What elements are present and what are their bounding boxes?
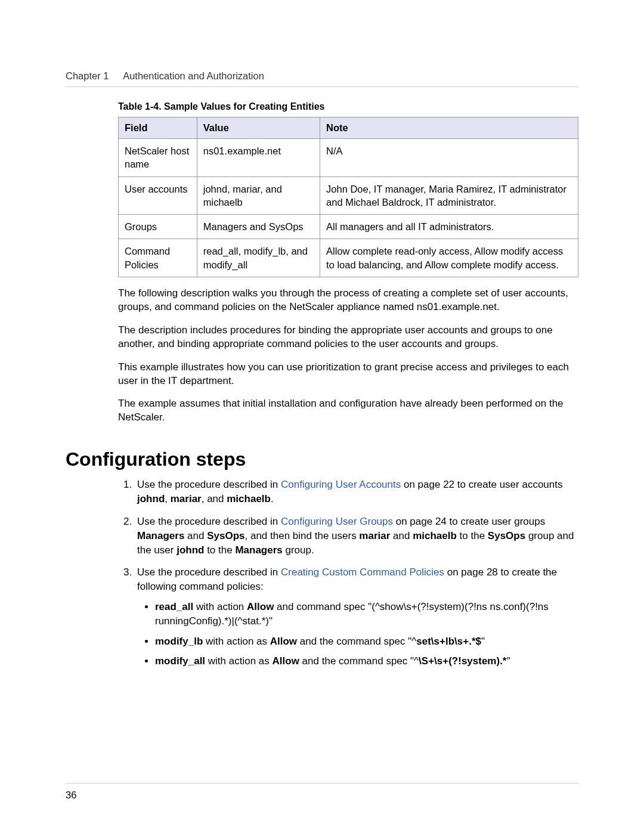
section-heading: Configuration steps xyxy=(66,448,578,470)
table-caption: Table 1-4. Sample Values for Creating En… xyxy=(118,101,578,112)
list-item: Use the procedure described in Configuri… xyxy=(135,478,578,506)
cell-field: User accounts xyxy=(119,176,197,215)
step-text: group. xyxy=(283,544,314,556)
bold-text: read_all xyxy=(155,601,193,612)
cell-field: Groups xyxy=(119,215,197,239)
bullet-list: read_all with action Allow and command s… xyxy=(141,600,578,668)
page-footer: 36 xyxy=(66,783,578,801)
entities-table: Field Value Note NetScaler host name ns0… xyxy=(118,117,578,277)
bold-text: set\s+lb\s+.*$ xyxy=(416,636,481,647)
cell-value: read_all, modify_lb, and modify_all xyxy=(197,239,320,277)
bullet-text: with action xyxy=(193,601,247,612)
bullet-text: with action as xyxy=(203,636,270,647)
chapter-label: Chapter 1 xyxy=(66,70,109,81)
table-row: Groups Managers and SysOps All managers … xyxy=(119,215,578,239)
th-value: Value xyxy=(197,117,320,139)
step-text: Use the procedure described in xyxy=(137,566,281,578)
step-text: , and xyxy=(202,493,227,504)
bold-text: mariar xyxy=(171,493,202,504)
chapter-title: Authentication and Authorization xyxy=(123,70,264,81)
step-text: to the xyxy=(204,544,235,556)
cell-note: All managers and all IT administrators. xyxy=(320,215,578,239)
link-creating-custom-command-policies[interactable]: Creating Custom Command Policies xyxy=(281,566,444,578)
content-block: Table 1-4. Sample Values for Creating En… xyxy=(118,101,578,425)
bold-text: johnd xyxy=(137,493,165,504)
bullet-text: " xyxy=(506,655,510,667)
steps-list: Use the procedure described in Configuri… xyxy=(118,478,578,668)
bold-text: michaelb xyxy=(227,493,271,504)
th-note: Note xyxy=(320,117,578,139)
bold-text: Managers xyxy=(235,544,282,556)
cell-value: ns01.example.net xyxy=(197,139,320,177)
list-item: Use the procedure described in Configuri… xyxy=(135,515,578,557)
bold-text: mariar xyxy=(359,530,390,541)
bold-text: Allow xyxy=(273,655,299,667)
step-text: and xyxy=(390,530,413,541)
table-header-row: Field Value Note xyxy=(119,117,578,139)
bullet-text: and the command spec "^ xyxy=(297,636,416,647)
step-text: . xyxy=(271,493,274,504)
table-row: NetScaler host name ns01.example.net N/A xyxy=(119,139,578,177)
bold-text: SysOps xyxy=(207,530,244,541)
paragraph: The description includes procedures for … xyxy=(118,324,578,351)
link-configuring-user-groups[interactable]: Configuring User Groups xyxy=(281,516,393,527)
paragraph: The example assumes that initial install… xyxy=(118,397,578,425)
bullet-text: and the command spec "^ xyxy=(299,655,419,667)
step-text: on page 22 to create user accounts xyxy=(401,479,562,490)
cell-note: N/A xyxy=(320,139,578,177)
bold-text: michaelb xyxy=(413,530,457,541)
step-text: and xyxy=(184,530,207,541)
bold-text: SysOps xyxy=(488,530,525,541)
list-item: read_all with action Allow and command s… xyxy=(155,600,578,628)
page: Chapter 1 Authentication and Authorizati… xyxy=(0,0,644,833)
link-configuring-user-accounts[interactable]: Configuring User Accounts xyxy=(281,479,401,490)
bold-text: Allow xyxy=(247,601,274,612)
cell-value: Managers and SysOps xyxy=(197,215,320,239)
cell-field: NetScaler host name xyxy=(119,139,197,177)
step-text: , and then bind the users xyxy=(245,530,360,541)
step-text: Use the procedure described in xyxy=(137,479,281,490)
cell-note: Allow complete read-only access, Allow m… xyxy=(320,239,578,277)
bold-text: Allow xyxy=(270,636,297,647)
list-item: modify_all with action as Allow and the … xyxy=(155,654,578,668)
th-field: Field xyxy=(119,117,197,139)
bullet-text: with action as xyxy=(205,655,272,667)
paragraph: The following description walks you thro… xyxy=(118,287,578,314)
list-item: modify_lb with action as Allow and the c… xyxy=(155,634,578,649)
list-item: Use the procedure described in Creating … xyxy=(135,565,578,668)
bold-text: Managers xyxy=(137,530,184,541)
step-text: to the xyxy=(457,530,488,541)
bold-text: modify_lb xyxy=(155,636,203,647)
page-header: Chapter 1 Authentication and Authorizati… xyxy=(66,70,578,87)
step-text: , xyxy=(165,493,170,504)
page-number: 36 xyxy=(66,789,76,800)
bold-text: johnd xyxy=(177,544,204,556)
cell-value: johnd, mariar, and michaelb xyxy=(197,176,320,215)
bullet-text: " xyxy=(481,636,485,647)
table-row: User accounts johnd, mariar, and michael… xyxy=(119,176,578,215)
cell-field: Command Policies xyxy=(119,239,197,277)
bold-text: modify_all xyxy=(155,655,205,667)
cell-note: John Doe, IT manager, Maria Ramirez, IT … xyxy=(320,176,578,215)
table-row: Command Policies read_all, modify_lb, an… xyxy=(119,239,578,277)
bold-text: \S+\s+(?!system).* xyxy=(419,655,506,667)
step-text: on page 24 to create user groups xyxy=(393,516,545,527)
paragraph: This example illustrates how you can use… xyxy=(118,361,578,388)
step-text: Use the procedure described in xyxy=(137,516,281,527)
